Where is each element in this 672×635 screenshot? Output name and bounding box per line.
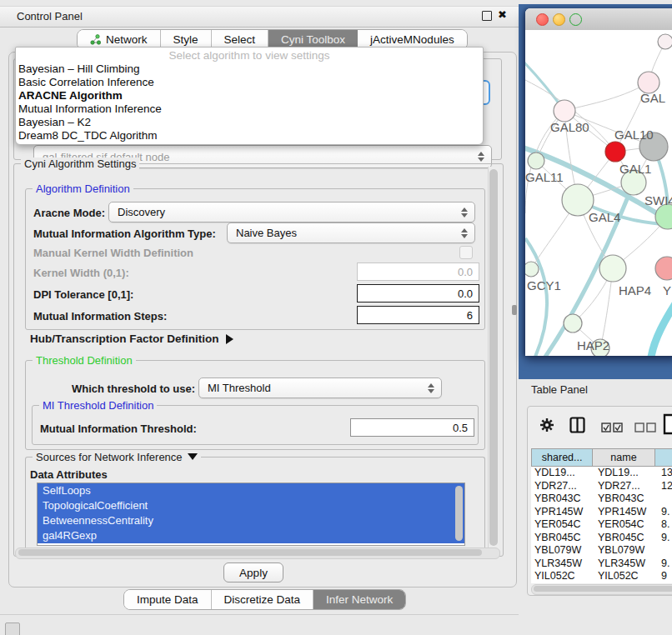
sources-title-text: Sources for Network Inference bbox=[36, 451, 183, 463]
settings-hscrollbar-thumb[interactable] bbox=[18, 549, 482, 556]
which-threshold-value: MI Threshold bbox=[199, 382, 424, 394]
settings-scrollbar-track[interactable] bbox=[488, 167, 499, 552]
node-partial-top[interactable] bbox=[658, 34, 672, 49]
cell: YBL079W bbox=[531, 544, 594, 558]
node-gal80[interactable] bbox=[554, 100, 575, 122]
cyni-bottom-tabbar: Impute Data Discretize Data Infer Networ… bbox=[123, 589, 406, 610]
settings-hscrollbar-track[interactable] bbox=[15, 548, 500, 559]
table-hscrollbar-thumb[interactable] bbox=[534, 586, 672, 592]
table-row[interactable]: YPR145WYPR145W9. bbox=[531, 506, 672, 519]
gear-icon[interactable] bbox=[539, 418, 554, 436]
node-label-gal80: GAL80 bbox=[550, 120, 589, 134]
aracne-mode-combo[interactable]: Discovery bbox=[108, 202, 475, 222]
table-row[interactable]: YER054CYER054C8. bbox=[531, 518, 672, 532]
tab-select-label: Select bbox=[224, 33, 256, 46]
node-selected-red[interactable] bbox=[605, 142, 625, 162]
tab-style-label: Style bbox=[173, 33, 198, 46]
table-row[interactable]: YDR27...YDR27...12 bbox=[531, 480, 672, 493]
table-row[interactable]: YIL052CYIL052C9 bbox=[531, 570, 672, 583]
close-icon[interactable]: ✖ bbox=[498, 8, 507, 21]
list-item-betweennesscentrality[interactable]: BetweennessCentrality bbox=[38, 513, 464, 528]
table-row[interactable]: YLR345WYLR345W9. bbox=[531, 558, 672, 571]
which-threshold-label: Which threshold to use: bbox=[72, 382, 195, 395]
dropdown-item-mutual-information[interactable]: Mutual Information Inference bbox=[16, 102, 483, 116]
table-panel-window: shared... name YDL19...YDL19...13 YDR27.… bbox=[527, 406, 672, 596]
cell: YBR043C bbox=[531, 492, 594, 506]
dropdown-prompt: Select algorithm to view settings bbox=[16, 49, 483, 62]
list-item-gal4rgexp[interactable]: gal4RGexp bbox=[38, 528, 464, 543]
cell: YLR345W bbox=[594, 558, 658, 571]
apply-button[interactable]: Apply bbox=[223, 562, 283, 582]
screen: Control Panel ✖ Network Style Select C bbox=[0, 0, 672, 635]
cell: YDL19... bbox=[594, 467, 658, 480]
minimize-traffic-light[interactable] bbox=[553, 13, 565, 26]
tab-impute-data[interactable]: Impute Data bbox=[124, 590, 212, 609]
tab-infer-network[interactable]: Infer Network bbox=[313, 590, 405, 609]
split-columns-icon[interactable] bbox=[569, 417, 585, 437]
node-gcy1[interactable] bbox=[525, 262, 539, 277]
table-row[interactable]: YDL19...YDL19...13 bbox=[531, 467, 672, 480]
dropdown-item-dream8[interactable]: Dream8 DC_TDC Algorithm bbox=[16, 129, 483, 142]
hub-section-toggle[interactable]: Hub/Transcription Factor Definition bbox=[30, 332, 233, 345]
dropdown-item-aracne[interactable]: ARACNE Algorithm bbox=[16, 89, 483, 102]
table-row[interactable]: YBL079WYBL079W bbox=[531, 544, 672, 558]
network-graph[interactable]: GAL GAL80 GAL10 GAL1 GAL11 SWI4 GAL4 GCY… bbox=[525, 30, 672, 356]
tab-discretize-data[interactable]: Discretize Data bbox=[212, 590, 314, 609]
table-hscrollbar-track[interactable] bbox=[531, 584, 672, 595]
cell: YBL079W bbox=[594, 544, 658, 558]
cell: 9. bbox=[658, 506, 672, 519]
dropdown-item-bayesian-hill-climbing[interactable]: Bayesian – Hill Climbing bbox=[16, 62, 483, 76]
hide-columns-icon[interactable] bbox=[634, 421, 656, 436]
splitter-grip[interactable] bbox=[512, 305, 517, 315]
table-row[interactable]: YBR045CYBR045C9. bbox=[531, 532, 672, 545]
list-item-topologicalcoefficient[interactable]: TopologicalCoefficient bbox=[38, 498, 464, 513]
mi-steps-label: Mutual Information Steps: bbox=[33, 310, 167, 322]
node-y-partial[interactable] bbox=[655, 257, 672, 280]
which-threshold-combo[interactable]: MI Threshold bbox=[198, 378, 442, 398]
dpi-tolerance-value: 0.0 bbox=[458, 288, 473, 300]
node-label-gcy1: GCY1 bbox=[527, 278, 561, 292]
kernel-width-field[interactable]: 0.0 bbox=[357, 262, 479, 281]
settings-scrollbar-thumb[interactable] bbox=[489, 169, 498, 546]
node-hap4[interactable] bbox=[599, 255, 626, 282]
stepper-icon bbox=[474, 152, 488, 162]
dropdown-item-bayesian-k2[interactable]: Bayesian – K2 bbox=[16, 116, 483, 129]
cell bbox=[658, 544, 672, 558]
show-checked-columns-icon[interactable] bbox=[601, 421, 623, 436]
network-canvas[interactable]: GAL GAL80 GAL10 GAL1 GAL11 SWI4 GAL4 GCY… bbox=[525, 30, 672, 356]
float-window-icon[interactable] bbox=[482, 11, 492, 21]
column-header-shared-name[interactable]: shared... bbox=[531, 448, 593, 467]
tab-impute-data-label: Impute Data bbox=[137, 593, 198, 606]
node-gal11[interactable] bbox=[528, 152, 544, 169]
minimized-panel-icon[interactable] bbox=[5, 622, 20, 635]
node-hap2[interactable] bbox=[564, 314, 582, 332]
close-traffic-light[interactable] bbox=[536, 13, 549, 26]
manual-kernel-checkbox[interactable] bbox=[459, 246, 473, 259]
table-body[interactable]: YDL19...YDL19...13 YDR27...YDR27...12 YB… bbox=[531, 467, 672, 583]
mi-threshold-group-title: MI Threshold Definition bbox=[39, 399, 157, 412]
kernel-width-value: 0.0 bbox=[458, 266, 473, 278]
data-attributes-list[interactable]: SelfLoops TopologicalCoefficient Between… bbox=[37, 482, 465, 546]
manual-kernel-label: Manual Kernel Width Definition bbox=[33, 247, 193, 259]
mi-type-combo[interactable]: Naive Bayes bbox=[227, 222, 475, 243]
cell: YLR345W bbox=[531, 558, 594, 571]
mi-type-label: Mutual Information Algorithm Type: bbox=[33, 228, 216, 240]
table-row[interactable]: YBR043CYBR043C bbox=[531, 492, 672, 506]
column-header-name[interactable]: name bbox=[593, 448, 654, 467]
dropdown-item-basic-correlation[interactable]: Basic Correlation Inference bbox=[16, 76, 483, 89]
stepper-icon bbox=[424, 383, 438, 393]
list-item-selfloops[interactable]: SelfLoops bbox=[38, 483, 464, 498]
network-window[interactable]: GAL GAL80 GAL10 GAL1 GAL11 SWI4 GAL4 GCY… bbox=[525, 8, 672, 356]
list-scrollbar-thumb[interactable] bbox=[455, 486, 463, 541]
algorithm-dropdown-popup: Select algorithm to view settings Bayesi… bbox=[15, 47, 484, 145]
stepper-icon bbox=[458, 208, 471, 218]
new-table-file-icon[interactable] bbox=[663, 413, 672, 438]
mi-steps-field[interactable]: 6 bbox=[357, 306, 479, 324]
column-header-partial[interactable] bbox=[655, 448, 672, 467]
zoom-traffic-light[interactable] bbox=[569, 13, 582, 26]
dpi-tolerance-field[interactable]: 0.0 bbox=[357, 284, 479, 302]
node-swi4[interactable] bbox=[655, 204, 672, 229]
mi-steps-value: 6 bbox=[467, 309, 473, 322]
mi-threshold-field[interactable]: 0.5 bbox=[350, 418, 474, 437]
apply-button-label: Apply bbox=[239, 567, 268, 579]
